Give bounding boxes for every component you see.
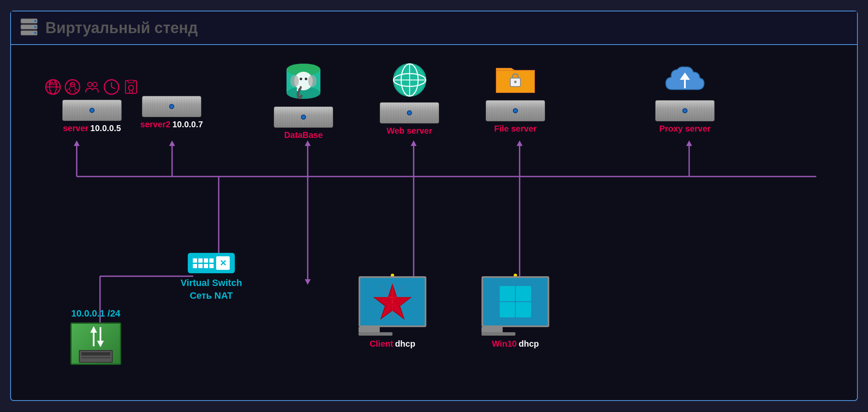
proxyserver-node: Proxy server: [655, 62, 715, 134]
server2-dot: [169, 104, 174, 109]
svg-point-37: [75, 89, 78, 92]
physmachine-body: [70, 322, 121, 365]
svg-marker-10: [169, 140, 175, 146]
svg-point-56: [300, 78, 302, 80]
server2-rack: [142, 96, 201, 117]
server2-node: server2 10.0.0.7: [140, 96, 203, 129]
webserver-node: Web server: [380, 62, 439, 136]
win10-screen: [481, 276, 549, 327]
fileserver-dot: [513, 108, 518, 113]
server2-ip: 10.0.0.7: [172, 120, 203, 129]
client-label: Client: [370, 339, 393, 348]
vswitch-node: ✕ Virtual Switch Сеть NAT: [181, 253, 242, 301]
server1-service-icons: DNS DC: [45, 79, 139, 98]
database-dot: [301, 115, 306, 120]
fileserver-rack: [486, 100, 545, 121]
client-node: Client dhcp: [359, 276, 426, 349]
svg-marker-18: [411, 140, 417, 146]
diagram-area: DNS DC: [11, 45, 857, 404]
database-icon: [284, 62, 323, 104]
svg-point-4: [34, 26, 36, 28]
globe-icon: [392, 62, 428, 100]
svg-point-57: [305, 78, 307, 80]
certificate-icon: [123, 79, 139, 98]
page-title: Виртуальный стенд: [45, 19, 198, 37]
vswitch-dots: [193, 258, 214, 268]
server2-label: server2: [140, 120, 170, 129]
svg-point-42: [93, 82, 97, 87]
svg-point-66: [514, 81, 517, 83]
client-monitor: [359, 276, 426, 336]
users-icon: [84, 79, 100, 98]
cloud-upload-icon: [664, 62, 706, 98]
svg-point-5: [34, 32, 36, 34]
proxyserver-rack: [655, 100, 715, 121]
svg-point-58: [290, 75, 299, 87]
fileserver-node: File server: [486, 62, 545, 134]
dc-icon: DC: [64, 79, 81, 98]
svg-rect-79: [516, 286, 531, 301]
webserver-dot: [407, 110, 412, 115]
server1-rack: [62, 100, 122, 121]
svg-marker-70: [90, 326, 97, 333]
title-bar: Виртуальный стенд: [11, 11, 857, 45]
svg-marker-72: [97, 341, 104, 347]
win10-stand: [481, 327, 503, 332]
vswitch-label: Virtual Switch: [181, 277, 242, 289]
svg-rect-78: [500, 286, 515, 301]
database-rack: [274, 107, 333, 128]
client-base: [359, 332, 392, 336]
vswitch-x-icon: ✕: [216, 256, 230, 270]
svg-line-39: [75, 86, 75, 89]
svg-line-45: [111, 87, 115, 89]
svg-marker-16: [305, 279, 311, 285]
webserver-rack: [380, 102, 439, 123]
svg-point-48: [128, 85, 134, 90]
svg-rect-47: [128, 80, 134, 83]
physmachine-ip: 10.0.0.1 /24: [71, 308, 120, 319]
server1-ip: 10.0.0.5: [90, 123, 121, 133]
svg-line-38: [70, 86, 70, 89]
fileserver-label: File server: [494, 124, 537, 133]
client-stand: [359, 327, 380, 332]
win10-monitor: [481, 276, 549, 336]
svg-point-41: [88, 82, 92, 87]
svg-marker-26: [686, 140, 692, 146]
svg-point-59: [308, 75, 317, 87]
svg-text:DNS: DNS: [48, 81, 57, 86]
physmachine-node: 10.0.0.1 /24: [70, 308, 121, 365]
vswitch-sublabel: Сеть NAT: [181, 290, 242, 301]
win10-base: [481, 332, 515, 336]
server1-node: DNS DC: [45, 79, 139, 133]
vswitch-body: ✕: [188, 253, 235, 273]
svg-point-3: [34, 20, 36, 22]
proxyserver-label: Proxy server: [659, 124, 710, 133]
server1-label: server: [63, 123, 89, 133]
client-screen: [359, 276, 426, 327]
diagram-container: Виртуальный стенд: [10, 11, 858, 401]
folder-icon: [494, 62, 537, 98]
proxyserver-dot: [682, 108, 687, 113]
physmachine-screen: [79, 350, 113, 363]
server1-dot: [89, 108, 95, 113]
client-sublabel: dhcp: [395, 339, 415, 348]
win10-label: Win10: [492, 339, 517, 348]
svg-rect-80: [500, 302, 515, 317]
win10-node: Win10 dhcp: [481, 276, 549, 349]
win10-sublabel: dhcp: [519, 339, 539, 348]
svg-text:DC: DC: [70, 83, 75, 86]
svg-marker-22: [517, 140, 523, 146]
svg-marker-8: [74, 140, 80, 146]
webserver-label: Web server: [387, 126, 432, 135]
database-label: DataBase: [284, 130, 323, 140]
server-rack-icon: [19, 17, 39, 39]
svg-rect-81: [516, 302, 531, 317]
clock-icon: [103, 79, 120, 98]
dns-icon: DNS: [45, 79, 61, 98]
svg-marker-14: [305, 140, 311, 146]
database-node: DataBase: [274, 62, 333, 140]
svg-point-36: [67, 89, 70, 92]
